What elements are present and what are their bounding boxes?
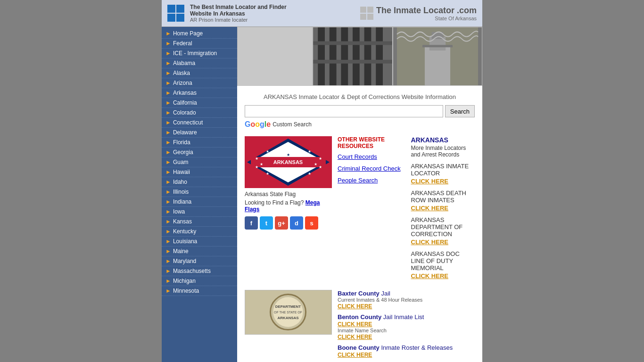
sidebar-item-minnesota[interactable]: ►Minnesota [162,286,237,296]
sidebar-item-florida[interactable]: ►Florida [162,138,237,148]
prison-image-1 [237,27,313,86]
svg-text:ARKANSAS: ARKANSAS [278,316,299,320]
google-logo: Google [245,120,271,129]
svg-text:★: ★ [255,156,258,161]
main-layout: ►Home Page►Federal►ICE - Immigration►Ala… [162,27,482,362]
nav-arrow-icon: ► [165,50,171,57]
svg-rect-4 [353,27,360,85]
sidebar-item-arkansas[interactable]: ►Arkansas [162,88,237,98]
links-section: OTHER WEBSITE RESOURCES Court Records Cr… [338,136,402,284]
search-button[interactable]: Search [445,105,475,117]
county-section: Baxter County JailCurrent Inmates & 48 H… [338,290,475,362]
delicious-icon[interactable]: d [290,216,303,230]
looking-flag-text: Looking to Find a Flag? [245,199,304,206]
nav-arrow-icon: ► [165,288,171,294]
people-search-link[interactable]: People Search [338,177,402,184]
county-click-link[interactable]: CLICK HERE [338,321,372,328]
svg-rect-5 [364,27,372,85]
ar-click-link[interactable]: CLICK HERE [411,272,475,280]
svg-rect-13 [422,45,453,47]
nav-arrow-icon: ► [165,278,171,284]
nav-arrow-icon: ► [165,40,171,47]
sidebar-item-california[interactable]: ►California [162,98,237,108]
sidebar-item-guam[interactable]: ►Guam [162,157,237,167]
sidebar-item-connecticut[interactable]: ►Connecticut [162,118,237,128]
sidebar-item-colorado[interactable]: ►Colorado [162,108,237,118]
ar-click-link[interactable]: CLICK HERE [411,239,475,246]
sidebar-item-alabama[interactable]: ►Alabama [162,58,237,68]
stumbleupon-icon[interactable]: s [305,216,318,230]
bottom-section: DEPARTMENT OF THE STATE OF ARKANSAS Baxt… [245,290,475,362]
ar-click-link[interactable]: CLICK HERE [411,178,475,185]
court-records-link[interactable]: Court Records [338,153,402,160]
sidebar-item-maryland[interactable]: ►Maryland [162,256,237,266]
googleplus-icon[interactable]: g+ [275,216,288,230]
nav-arrow-icon: ► [165,179,171,185]
county-item: Benton County Jail Inmate ListCLICK HERE… [338,313,475,340]
twitter-icon[interactable]: t [260,216,273,230]
sidebar-item-indiana[interactable]: ►Indiana [162,197,237,207]
ar-section-title: ARKANSAS [411,136,475,144]
svg-text:★: ★ [260,162,263,166]
county-click-link[interactable]: CLICK HERE [338,352,372,358]
sidebar-item-home-page[interactable]: ►Home Page [162,29,237,39]
ar-click-link[interactable]: CLICK HERE [411,205,475,212]
sidebar-item-georgia[interactable]: ►Georgia [162,148,237,157]
county-sub-click-link[interactable]: CLICK HERE [338,334,372,340]
sidebar-item-delaware[interactable]: ►Delaware [162,128,237,138]
sidebar-item-kentucky[interactable]: ►Kentucky [162,227,237,237]
info-section: ARKANSAS Inmate Locator & Dept of Correc… [237,86,482,362]
sidebar-item-illinois[interactable]: ►Illinois [162,187,237,197]
svg-text:★: ★ [266,172,269,176]
county-item: Baxter County JailCurrent Inmates & 48 H… [338,290,475,310]
sidebar-item-kansas[interactable]: ►Kansas [162,217,237,227]
header-tagline3: AR Prison Inmate locater [190,17,360,23]
svg-text:★: ★ [266,149,269,154]
county-click-link[interactable]: CLICK HERE [338,303,372,310]
other-resources-title: OTHER WEBSITE RESOURCES [338,136,402,149]
sidebar-item-michigan[interactable]: ►Michigan [162,276,237,286]
sidebar-item-federal[interactable]: ►Federal [162,39,237,49]
sidebar-item-alaska[interactable]: ►Alaska [162,68,237,78]
flag-caption: Arkansas State Flag [245,191,332,197]
sidebar-item-massachusetts[interactable]: ►Massachusetts [162,266,237,276]
google-custom-search: Google Custom Search [245,120,475,129]
prison-image-3 [393,27,482,86]
svg-text:★: ★ [319,165,322,169]
svg-text:★: ★ [319,156,322,161]
svg-text:★ ★ ★: ★ ★ ★ [282,173,294,177]
svg-rect-3 [341,27,348,85]
ar-link-group: ARKANSAS DEATH ROW INMATESCLICK HERE [411,189,475,212]
nav-arrow-icon: ► [165,218,171,225]
nav-arrow-icon: ► [165,109,171,116]
sidebar-item-arizona[interactable]: ►Arizona [162,78,237,88]
svg-rect-8 [313,60,392,64]
brand-state: State Of Arkansas [376,16,477,21]
county-sub: Inmate Name Search [338,328,475,333]
sidebar-item-idaho[interactable]: ►Idaho [162,177,237,187]
county-name: Benton County Jail Inmate List [338,313,475,321]
sidebar-item-maine[interactable]: ►Maine [162,247,237,256]
flag-section: ARKANSAS ★ ★ ★ ★ ★ ★ ★ ★ ★ ★ ★ ★ [245,136,332,284]
ar-link-list: ARKANSAS INMATE LOCATORCLICK HEREARKANSA… [411,163,475,280]
sidebar-item-hawaii[interactable]: ►Hawaii [162,167,237,177]
nav-arrow-icon: ► [165,268,171,274]
arkansas-flag: ARKANSAS ★ ★ ★ ★ ★ ★ ★ ★ ★ ★ ★ ★ [245,136,332,188]
county-name: Baxter County Jail [338,290,475,297]
facebook-icon[interactable]: f [245,216,258,230]
criminal-record-check-link[interactable]: Criminal Record Check [338,165,402,172]
social-icons: f t g+ d s [245,216,332,230]
ar-link-group: ARKANSAS DEPARTMENT OF CORRECTIONCLICK H… [411,216,475,246]
svg-text:★: ★ [308,172,311,176]
nav-arrow-icon: ► [165,119,171,126]
info-title: ARKANSAS Inmate Locator & Dept of Correc… [245,93,475,100]
sidebar-item-ice---immigration[interactable]: ►ICE - Immigration [162,49,237,58]
sidebar-item-louisiana[interactable]: ►Louisiana [162,237,237,247]
nav-arrow-icon: ► [165,238,171,245]
search-input[interactable] [245,105,443,117]
sidebar-item-iowa[interactable]: ►Iowa [162,207,237,217]
nav-arrow-icon: ► [165,99,171,106]
svg-rect-2 [330,27,337,85]
content-area: ARKANSAS Inmate Locator & Dept of Correc… [237,27,482,362]
svg-text:★: ★ [287,153,290,157]
